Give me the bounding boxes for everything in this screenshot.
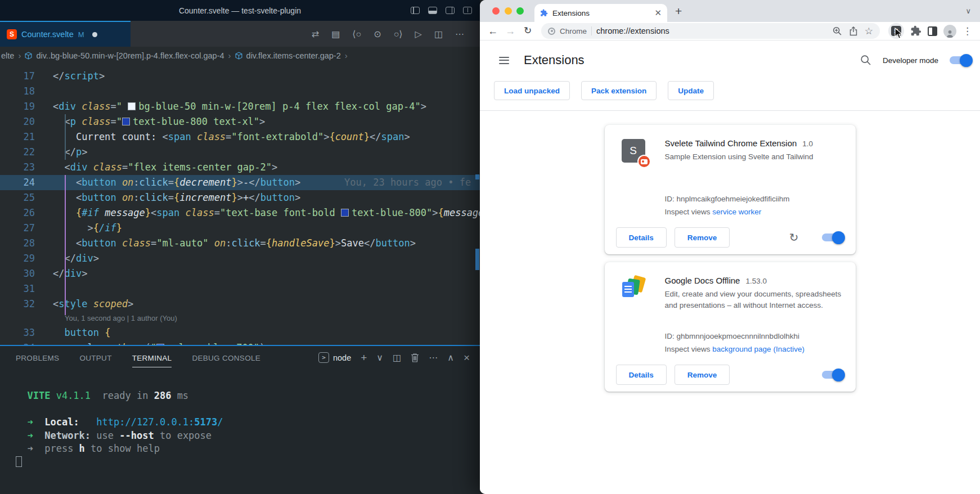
indent-guide: [65, 114, 66, 160]
breadcrumb-item[interactable]: elte: [1, 51, 14, 60]
chrome-menu-icon[interactable]: ⋮: [963, 25, 972, 37]
symbol-cube-icon: [235, 52, 242, 60]
share-icon[interactable]: [849, 26, 857, 36]
minimize-window-button[interactable]: [505, 7, 512, 15]
details-button[interactable]: Details: [616, 227, 667, 248]
extensions-puzzle-icon[interactable]: [910, 25, 921, 37]
omnibox[interactable]: Chrome chrome://extensions ☆: [541, 23, 880, 39]
active-indent-guide: [65, 175, 66, 315]
unsaved-dot[interactable]: [92, 32, 97, 37]
terminal[interactable]: VITE v4.1.1 ready in 286 ms ➜ Local: htt…: [0, 369, 480, 469]
reload-button[interactable]: ↻: [520, 25, 535, 37]
tab-title: Extensions: [552, 9, 650, 17]
code-line: 34 color: theme("colors.blue.700");: [0, 340, 480, 345]
source-control-compare-icon[interactable]: ⇄: [312, 29, 319, 39]
code-text: <button on:click={decrement}>-</button>: [35, 175, 300, 190]
run-preview-icon[interactable]: ▷: [415, 29, 422, 39]
line-number: 32: [0, 297, 35, 312]
code-editor[interactable]: 17</script>1819<div class=" bg-blue-50 m…: [0, 64, 480, 345]
breadcrumb[interactable]: elte›div..bg-blue-50.min-w-[20rem].p-4.f…: [0, 47, 480, 64]
inspect-views-label: Inspect views: [665, 208, 713, 216]
color-swatch: [122, 118, 130, 125]
breadcrumb-item[interactable]: div.flex.items-center.gap-2: [246, 51, 341, 60]
terminal-line: VITE v4.1.1 ready in 286 ms: [16, 389, 480, 403]
toggle-sidebar-icon[interactable]: [411, 7, 420, 14]
panel-tab-problems[interactable]: PROBLEMS: [16, 348, 59, 367]
update-button[interactable]: Update: [668, 81, 714, 100]
chrome-logo-icon: [548, 28, 555, 35]
kill-terminal-icon[interactable]: [411, 353, 419, 362]
close-window-button[interactable]: [492, 7, 500, 15]
bookmark-star-icon[interactable]: ☆: [865, 26, 873, 36]
split-terminal-icon[interactable]: ◫: [393, 352, 401, 363]
remove-button[interactable]: Remove: [675, 227, 730, 248]
line-number: 17: [0, 69, 35, 84]
side-panel-icon[interactable]: [928, 26, 937, 36]
forward-button[interactable]: →: [503, 24, 518, 38]
inspect-views-link[interactable]: background page (Inactive): [712, 345, 804, 353]
tab-search-chevron-icon[interactable]: ∨: [965, 7, 971, 15]
bottom-panel: PROBLEMSOUTPUTTERMINALDEBUG CONSOLE > no…: [0, 345, 480, 494]
panel-tab-output[interactable]: OUTPUT: [79, 348, 111, 367]
code-text: <div class=" bg-blue-50 min-w-[20rem] p-…: [35, 99, 426, 114]
close-panel-icon[interactable]: ×: [464, 352, 470, 364]
previous-change-icon[interactable]: ⟨○: [352, 29, 361, 39]
maximize-panel-icon[interactable]: ∧: [447, 352, 454, 363]
browser-tab-extensions[interactable]: Extensions ✕: [534, 4, 667, 22]
pinned-extension-button[interactable]: S: [888, 23, 904, 39]
header-right: Developer mode: [860, 55, 971, 66]
panel-tab-debug-console[interactable]: DEBUG CONSOLE: [192, 348, 260, 367]
svelte-extension-icon: S: [891, 26, 901, 36]
reload-extension-icon[interactable]: ↻: [789, 232, 799, 243]
terminal-instance-node[interactable]: > node: [318, 352, 351, 363]
titlebar-layout-controls: [411, 0, 472, 21]
toggle-panel-icon[interactable]: [428, 7, 437, 14]
remove-button[interactable]: Remove: [675, 365, 730, 385]
screen: Counter.svelte — test-svelte-plugin S Co…: [0, 0, 980, 494]
terminal-picker-chevron-icon[interactable]: ∨: [376, 352, 383, 363]
hamburger-menu-icon[interactable]: [499, 57, 509, 64]
line-number: 33: [0, 325, 35, 340]
git-blame-annotation: You, 23 hours ago • fe: [344, 175, 471, 190]
details-button[interactable]: Details: [616, 365, 667, 385]
more-actions-icon[interactable]: ⋯: [429, 352, 438, 363]
code-lines: 17</script>1819<div class=" bg-blue-50 m…: [0, 64, 480, 345]
new-tab-button[interactable]: +: [675, 5, 682, 17]
codelens-annotation[interactable]: You, 1 second ago | 1 author (You): [0, 312, 480, 325]
code-line: 26 {#if message}<span class="text-base f…: [0, 205, 480, 221]
line-number: 29: [0, 251, 35, 266]
zoom-icon[interactable]: [833, 26, 842, 36]
developer-mode-toggle[interactable]: [950, 56, 971, 64]
extension-enabled-toggle[interactable]: [822, 233, 843, 241]
open-changes-icon[interactable]: ▤: [331, 29, 340, 39]
back-button[interactable]: ←: [485, 24, 500, 38]
close-tab-icon[interactable]: ✕: [654, 8, 662, 18]
code-line: 31: [0, 281, 480, 297]
recorder-badge-icon: [637, 155, 651, 168]
breadcrumb-separator: ›: [18, 51, 21, 60]
code-line: 29 </div>: [0, 251, 480, 266]
zoom-window-button[interactable]: [516, 7, 524, 15]
change-icon[interactable]: ⊙: [374, 29, 381, 39]
extension-head: Svelete Tailwind Chrome Extension1.0Samp…: [665, 138, 847, 163]
chrome-window: Extensions ✕ + ∨ ← → ↻ Chrome chrome://e…: [480, 0, 980, 494]
split-editor-icon[interactable]: ◫: [434, 29, 443, 39]
customize-layout-icon[interactable]: [463, 7, 472, 14]
profile-avatar[interactable]: [943, 25, 956, 38]
editor-tab-counter-svelte[interactable]: S Counter.svelte M: [0, 21, 131, 47]
new-terminal-icon[interactable]: +: [361, 352, 367, 364]
code-text: <style scoped>: [35, 297, 133, 312]
breadcrumb-item[interactable]: div..bg-blue-50.min-w-[20rem].p-4.flex.f…: [36, 51, 224, 60]
line-number: 22: [0, 145, 35, 160]
extension-enabled-toggle[interactable]: [822, 371, 843, 379]
search-icon[interactable]: [860, 55, 871, 66]
pack-extension-button[interactable]: Pack extension: [581, 81, 657, 100]
more-actions-icon[interactable]: ⋯: [455, 29, 464, 39]
panel-tab-terminal[interactable]: TERMINAL: [132, 348, 172, 367]
load-unpacked-button[interactable]: Load unpacked: [494, 81, 570, 100]
code-text: <button class="ml-auto" on:click={handle…: [35, 236, 416, 251]
toggle-secondary-sidebar-icon[interactable]: [446, 7, 455, 14]
next-change-icon[interactable]: ○⟩: [394, 29, 403, 39]
inspect-views-link[interactable]: service worker: [712, 208, 761, 216]
extension-description: Sample Extension using Svelte and Tailwi…: [665, 151, 847, 163]
